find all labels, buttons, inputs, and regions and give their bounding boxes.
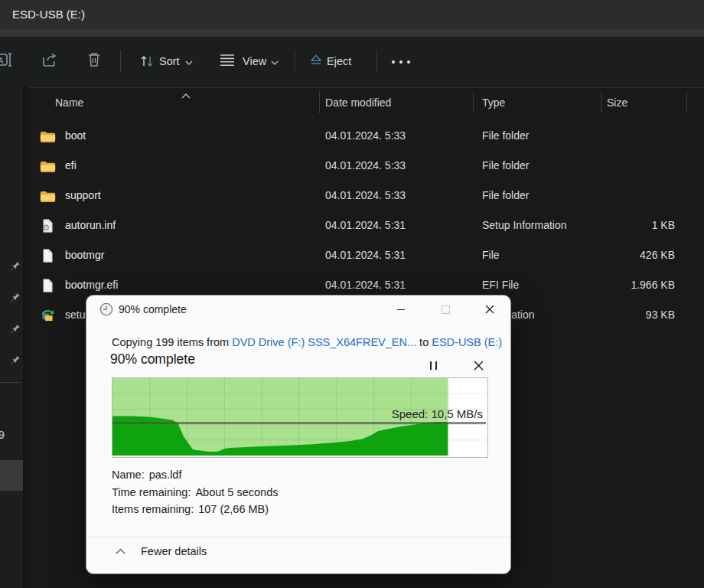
- eject-button[interactable]: [309, 53, 323, 70]
- nav-divider: [0, 382, 21, 383]
- folder-icon: [40, 188, 56, 204]
- setup-application-icon: [40, 307, 56, 323]
- eject-icon: [309, 53, 323, 67]
- file-row[interactable]: support 04.01.2024. 5:33 File folder: [28, 181, 704, 211]
- fewer-details-label: Fewer details: [141, 545, 207, 557]
- copy-source-link[interactable]: DVD Drive (F:) SSS_X64FREV_EN...: [232, 336, 416, 348]
- file-name: autorun.inf: [65, 211, 116, 240]
- cancel-copy-button[interactable]: [469, 358, 487, 373]
- fewer-details-toggle[interactable]: Fewer details: [116, 545, 207, 557]
- dialog-title: 90% complete: [119, 296, 187, 323]
- file-name: boot: [65, 121, 86, 151]
- pause-button[interactable]: [424, 358, 442, 373]
- copy-description: Copying 199 items from DVD Drive (F:) SS…: [112, 336, 502, 348]
- dialog-footer-divider: [86, 537, 510, 537]
- view-button[interactable]: [220, 53, 235, 70]
- speed-annotation: Speed: 10,5 MB/s: [392, 407, 483, 420]
- document-icon: [40, 277, 56, 293]
- file-name: support: [65, 181, 101, 211]
- pin-icon[interactable]: [8, 354, 21, 366]
- column-header-size[interactable]: Size: [607, 88, 627, 117]
- minimize-icon: [397, 309, 405, 310]
- more-icon: [390, 59, 412, 65]
- rename-button[interactable]: A: [0, 52, 14, 70]
- copy-destination-link[interactable]: ESD-USB (E:): [432, 336, 502, 348]
- file-size: 426 KB: [640, 240, 675, 270]
- column-header-type[interactable]: Type: [482, 88, 505, 117]
- file-type: Setup Information: [482, 211, 567, 240]
- column-separator[interactable]: [319, 92, 320, 113]
- column-separator[interactable]: [473, 92, 474, 113]
- file-date-modified: 04.01.2024. 5:31: [325, 211, 406, 240]
- file-explorer-window: ESD-USB (E:) A: [0, 0, 704, 588]
- column-separator[interactable]: [601, 92, 601, 113]
- dialog-titlebar[interactable]: 90% complete: [86, 296, 510, 323]
- sort-icon: [139, 54, 155, 69]
- maximize-icon: [442, 305, 450, 314]
- time-remaining: Time remaining:About 5 seconds: [112, 486, 278, 498]
- nav-partial-label: 9: [0, 429, 5, 441]
- pin-icon[interactable]: [8, 322, 21, 335]
- command-toolbar: A Sort: [0, 37, 704, 86]
- sort-button[interactable]: [139, 54, 155, 69]
- file-row[interactable]: bootmgr 04.01.2024. 5:31 File 426 KB: [28, 240, 704, 270]
- toolbar-divider: [295, 50, 295, 73]
- file-type: File: [482, 240, 500, 270]
- view-icon: [220, 53, 235, 67]
- file-date-modified: 04.01.2024. 5:33: [325, 121, 406, 151]
- more-options-button[interactable]: [390, 54, 412, 68]
- window-titlebar[interactable]: ESD-USB (E:): [0, 0, 704, 29]
- delete-button[interactable]: [86, 51, 102, 71]
- rename-icon: A: [0, 52, 14, 67]
- pin-icon[interactable]: [8, 291, 21, 303]
- pin-icon[interactable]: [8, 260, 21, 272]
- file-size: 93 KB: [646, 300, 675, 330]
- svg-text:A: A: [0, 57, 4, 65]
- window-title: ESD-USB (E:): [12, 8, 85, 21]
- navigation-pane-edge: 9: [0, 86, 23, 588]
- file-type: File folder: [482, 121, 529, 151]
- folder-icon: [40, 128, 56, 144]
- items-remaining: Items remaining:107 (2,66 MB): [112, 503, 269, 515]
- sort-chevron-down-icon: [185, 54, 193, 68]
- column-header-date[interactable]: Date modified: [325, 88, 391, 117]
- file-date-modified: 04.01.2024. 5:33: [325, 151, 406, 181]
- percent-complete-heading: 90% complete: [110, 351, 195, 368]
- sort-ascending-caret-icon: [181, 89, 191, 101]
- copy-to: to: [419, 336, 429, 348]
- file-name: efi: [65, 151, 77, 181]
- document-icon: [40, 247, 56, 263]
- pause-icon: [430, 361, 432, 370]
- setup-information-file-icon: [40, 217, 56, 234]
- file-type: File folder: [482, 151, 529, 181]
- eject-label[interactable]: Eject: [327, 55, 351, 67]
- close-icon: [485, 305, 494, 314]
- maximize-button[interactable]: [429, 296, 462, 323]
- copy-item-name: Name:pas.ldf: [112, 469, 181, 481]
- copy-speed-chart: Speed: 10,5 MB/s: [112, 377, 488, 458]
- column-header-name[interactable]: Name: [55, 88, 83, 117]
- view-label[interactable]: View: [243, 55, 266, 67]
- copy-progress-dialog: 90% complete Copying 199 items from DVD …: [86, 295, 511, 574]
- share-button[interactable]: [41, 51, 58, 71]
- file-row[interactable]: autorun.inf 04.01.2024. 5:31 Setup Infor…: [28, 211, 704, 240]
- file-date-modified: 04.01.2024. 5:33: [325, 181, 406, 211]
- sort-label[interactable]: Sort: [159, 55, 180, 67]
- file-type: File folder: [482, 181, 529, 211]
- trash-icon: [86, 51, 102, 68]
- share-icon: [41, 51, 58, 68]
- toolbar-divider: [120, 50, 121, 73]
- column-header-row: Name Date modified Type Size: [28, 87, 704, 117]
- column-separator[interactable]: [686, 92, 687, 113]
- file-size: 1 KB: [652, 211, 675, 240]
- minimize-button[interactable]: [384, 296, 418, 323]
- toolbar-divider: [376, 50, 377, 73]
- nav-selected-item[interactable]: [0, 460, 23, 491]
- titlebar-divider: [0, 29, 704, 37]
- file-row[interactable]: boot 04.01.2024. 5:33 File folder: [28, 121, 704, 151]
- file-row[interactable]: efi 04.01.2024. 5:33 File folder: [28, 151, 704, 181]
- close-button[interactable]: [473, 296, 507, 323]
- copy-prefix: Copying 199 items from: [112, 336, 229, 348]
- chevron-up-icon: [116, 548, 125, 554]
- clock-icon: [99, 302, 113, 316]
